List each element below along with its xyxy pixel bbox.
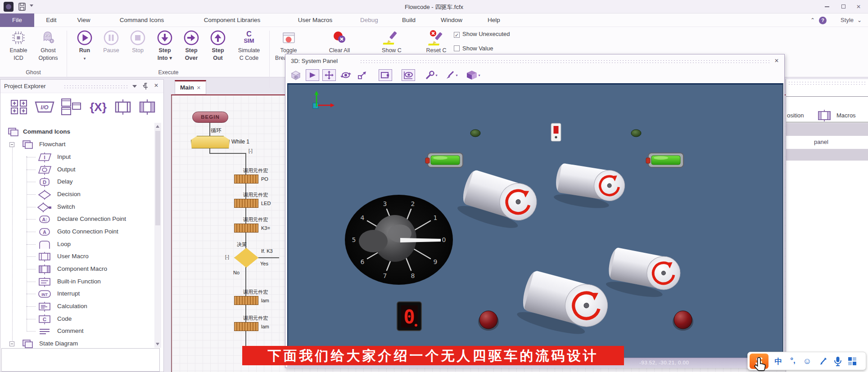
step-out-button[interactable]: StepOut [203,29,233,62]
flowchart-decision[interactable] [234,248,258,268]
green-blob[interactable] [470,130,480,137]
menu-help[interactable]: Help [483,13,505,27]
user-macro-icon [36,252,53,262]
panel-drag-texture[interactable] [788,81,866,86]
menu-window[interactable]: Window [436,13,467,27]
scroll-down-icon[interactable] [156,343,159,345]
component-connection-icon[interactable] [112,99,134,116]
pin-icon[interactable] [142,82,149,90]
punctuation-icon[interactable]: °, [787,356,798,365]
select-arrow-button[interactable] [306,69,319,81]
toggle-switch[interactable] [551,123,561,141]
tools-wrench-button[interactable]: ▾ [423,69,440,81]
show-unexecuted-checkbox[interactable]: ✓Show Unexecuted [454,31,510,38]
red-knob[interactable] [673,311,693,331]
title-bar: Flowcode - 四驱车.fcfx ✕ [0,0,868,13]
step-over-button[interactable]: StepOver [176,29,206,62]
io-icon[interactable]: I/O [33,100,56,114]
collapse-badge[interactable]: [-] [225,255,229,260]
green-blob[interactable] [631,130,641,137]
checkbox-unchecked-icon[interactable] [454,45,460,51]
solid-cube-button[interactable]: ▾ [463,69,483,81]
variables-icon[interactable]: {X} [87,99,109,115]
table-row[interactable] [786,149,868,161]
rotate-view-button[interactable] [339,69,353,81]
tab-main[interactable]: Main✕ [175,80,206,94]
component-macro-icon [36,264,53,274]
menu-debug[interactable]: Debug [356,13,383,27]
explorer-scrollbar[interactable] [154,123,161,348]
project-explorer-header[interactable]: Project Explorer ✕ [0,80,163,93]
ribbon-collapse-icon[interactable]: ⌃ [810,13,815,27]
chinese-mode-icon[interactable]: 中 [773,356,784,367]
microphone-icon[interactable] [833,356,842,366]
flowchart-component-macro[interactable] [234,175,258,184]
close-button[interactable]: ✕ [853,3,864,11]
dc-motor[interactable] [552,162,627,213]
maximize-button[interactable] [837,3,849,11]
frame-snapshot-button[interactable] [379,69,392,81]
flowchart-component-macro[interactable] [234,199,258,208]
menu-command-icons[interactable]: Command Icons [113,13,171,27]
dc-motor[interactable] [456,168,541,236]
collapse-badge[interactable]: [-] [249,148,253,153]
help-badge-icon[interactable]: ? [819,17,827,24]
led-bar[interactable] [425,153,463,167]
paint-brush-button[interactable]: ▾ [443,69,460,81]
ribbon-group-ghost: Ghost [0,69,67,76]
collapse-expander-icon[interactable] [9,142,14,147]
enable-icd-button[interactable]: EnableICD [4,29,33,62]
macro-windows-icon[interactable] [60,98,83,117]
menu-view[interactable]: View [72,13,95,27]
3d-panel-titlebar[interactable]: 3D: System Panel ✕ [285,54,784,68]
visibility-eye-button[interactable] [402,69,415,81]
move-tool-button[interactable] [322,69,336,81]
table-row[interactable] [786,123,868,136]
step-into-button[interactable]: StepInto ▾ [150,29,180,62]
menu-component-libraries[interactable]: Component Libraries [193,13,271,27]
panel-close-icon[interactable]: ✕ [154,82,158,89]
flowchart-component-macro[interactable] [234,224,258,233]
component-macro-toolbar-icon[interactable] [136,99,158,116]
style-caret-icon[interactable]: ⌄ [857,13,862,27]
flowchart-while-loop[interactable] [191,136,230,148]
svg-text:C: C [43,317,46,322]
menu-style[interactable]: Style [841,13,854,27]
minimize-button[interactable] [821,3,833,11]
flowchart-component-macro[interactable] [234,322,258,331]
run-button[interactable]: Run▾ [70,29,99,63]
dc-motor[interactable] [515,268,612,342]
scroll-up-icon[interactable] [156,125,159,128]
checkbox-checked-icon[interactable]: ✓ [454,32,460,38]
collapse-expander-icon[interactable] [9,341,14,346]
flowchart-begin[interactable]: BEGIN [192,112,228,123]
rotary-dial[interactable]: 0 1 2 3 4 5 6 7 8 9 [345,195,453,285]
seven-segment-display[interactable]: 0 [397,302,421,331]
menu-user-macros[interactable]: User Macros [290,13,340,27]
simulate-c-code-button[interactable]: C SIM SimulateC Code [232,29,266,62]
menu-build[interactable]: Build [397,13,420,27]
led-bar[interactable] [646,153,683,167]
stop-button[interactable]: Stop [123,29,153,54]
menu-file[interactable]: File [0,13,34,27]
panel-menu-caret-icon[interactable] [132,85,137,88]
red-knob[interactable] [478,311,499,331]
menu-edit[interactable]: Edit [41,13,61,27]
scrollbar-thumb[interactable] [155,131,160,225]
flowchart-component-macro[interactable] [234,296,258,305]
resize-panel-button[interactable] [356,69,369,81]
handwriting-pencil-icon[interactable] [819,357,828,366]
run-caret-icon[interactable]: ▾ [84,56,86,61]
pause-button[interactable]: Pause [96,29,126,54]
3d-viewport[interactable]: 0 1 2 3 4 5 6 7 8 9 [287,83,783,358]
show-value-checkbox[interactable]: Show Value [454,45,493,52]
switch-icon [36,202,53,212]
tab-close-icon[interactable]: ✕ [197,85,201,90]
toolbox-grid-icon[interactable] [848,357,857,366]
3d-panel-close-icon[interactable]: ✕ [774,58,779,64]
button-grid-icon[interactable] [9,99,29,115]
table-row[interactable]: panel [786,136,868,149]
ghost-options-button[interactable]: GhostOptions [33,29,63,62]
dc-motor[interactable] [605,246,683,303]
emoji-icon[interactable]: ☺ [802,356,813,366]
